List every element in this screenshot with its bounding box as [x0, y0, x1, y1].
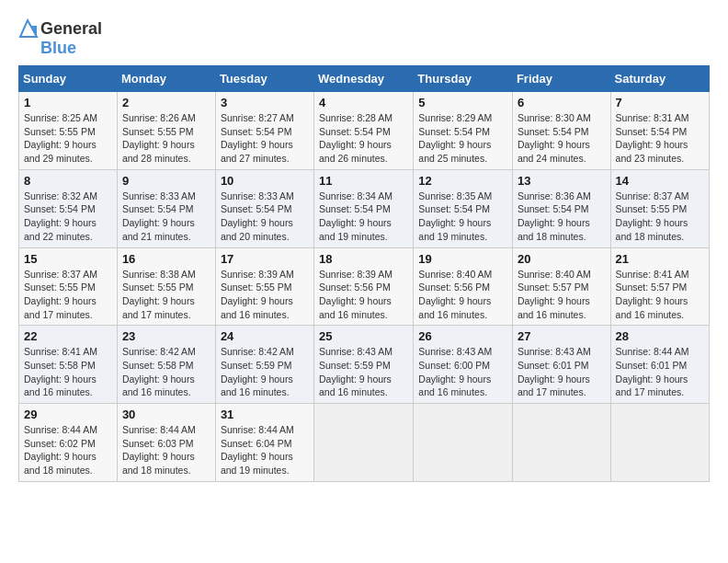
day-info: Sunrise: 8:28 AMSunset: 5:54 PMDaylight:…	[319, 111, 408, 166]
day-info: Sunrise: 8:44 AMSunset: 6:02 PMDaylight:…	[24, 423, 112, 477]
calendar-cell: 24Sunrise: 8:42 AMSunset: 5:59 PMDayligh…	[215, 326, 313, 404]
day-info: Sunrise: 8:34 AMSunset: 5:54 PMDaylight:…	[319, 190, 408, 244]
day-number: 19	[418, 252, 507, 266]
calendar-week-row: 15Sunrise: 8:37 AMSunset: 5:55 PMDayligh…	[19, 247, 710, 326]
day-number: 2	[122, 96, 210, 109]
day-number: 15	[24, 252, 112, 266]
calendar-cell: 22Sunrise: 8:41 AMSunset: 5:58 PMDayligh…	[19, 326, 118, 404]
day-info: Sunrise: 8:33 AMSunset: 5:54 PMDaylight:…	[221, 190, 309, 244]
day-of-week-header: Thursday	[414, 66, 513, 92]
day-number: 4	[319, 96, 408, 109]
day-number: 16	[122, 252, 210, 266]
day-info: Sunrise: 8:41 AMSunset: 5:57 PMDaylight:…	[616, 268, 704, 322]
calendar-cell: 14Sunrise: 8:37 AMSunset: 5:55 PMDayligh…	[610, 169, 709, 247]
day-number: 28	[616, 329, 704, 343]
day-number: 13	[518, 174, 606, 188]
calendar-table: SundayMondayTuesdayWednesdayThursdayFrid…	[18, 65, 710, 482]
day-number: 31	[221, 408, 309, 421]
day-number: 3	[221, 96, 309, 109]
logo-name-general: General	[40, 19, 102, 39]
day-of-week-header: Tuesday	[215, 66, 313, 92]
calendar-cell: 20Sunrise: 8:40 AMSunset: 5:57 PMDayligh…	[512, 247, 610, 326]
calendar-cell: 23Sunrise: 8:42 AMSunset: 5:58 PMDayligh…	[117, 326, 215, 404]
calendar-cell: 11Sunrise: 8:34 AMSunset: 5:54 PMDayligh…	[314, 169, 414, 247]
calendar-cell: 21Sunrise: 8:41 AMSunset: 5:57 PMDayligh…	[610, 247, 709, 326]
calendar-cell: 12Sunrise: 8:35 AMSunset: 5:54 PMDayligh…	[414, 169, 513, 247]
day-number: 25	[319, 329, 408, 343]
calendar-week-row: 22Sunrise: 8:41 AMSunset: 5:58 PMDayligh…	[19, 326, 710, 404]
day-info: Sunrise: 8:35 AMSunset: 5:54 PMDaylight:…	[418, 190, 507, 244]
day-number: 9	[122, 174, 210, 188]
day-info: Sunrise: 8:39 AMSunset: 5:55 PMDaylight:…	[221, 268, 309, 322]
day-number: 29	[24, 408, 112, 421]
calendar-cell: 16Sunrise: 8:38 AMSunset: 5:55 PMDayligh…	[117, 247, 215, 326]
day-number: 11	[319, 174, 408, 188]
day-number: 20	[518, 252, 606, 266]
logo-triangle-icon	[18, 18, 39, 39]
calendar-cell: 8Sunrise: 8:32 AMSunset: 5:54 PMDaylight…	[19, 169, 118, 247]
day-info: Sunrise: 8:37 AMSunset: 5:55 PMDaylight:…	[24, 268, 112, 322]
calendar-cell: 17Sunrise: 8:39 AMSunset: 5:55 PMDayligh…	[215, 247, 313, 326]
day-info: Sunrise: 8:25 AMSunset: 5:55 PMDaylight:…	[24, 111, 112, 166]
day-info: Sunrise: 8:39 AMSunset: 5:56 PMDaylight:…	[319, 268, 408, 322]
calendar-cell: 2Sunrise: 8:26 AMSunset: 5:55 PMDaylight…	[117, 92, 215, 170]
calendar-cell: 13Sunrise: 8:36 AMSunset: 5:54 PMDayligh…	[512, 169, 610, 247]
calendar-cell: 6Sunrise: 8:30 AMSunset: 5:54 PMDaylight…	[512, 92, 610, 170]
calendar-cell	[314, 404, 414, 482]
calendar-cell: 26Sunrise: 8:43 AMSunset: 6:00 PMDayligh…	[414, 326, 513, 404]
calendar-cell: 19Sunrise: 8:40 AMSunset: 5:56 PMDayligh…	[414, 247, 513, 326]
day-of-week-header: Friday	[512, 66, 610, 92]
day-number: 23	[122, 329, 210, 343]
day-number: 22	[24, 329, 112, 343]
calendar-body: 1Sunrise: 8:25 AMSunset: 5:55 PMDaylight…	[19, 92, 710, 482]
calendar-cell	[512, 404, 610, 482]
day-info: Sunrise: 8:44 AMSunset: 6:04 PMDaylight:…	[221, 423, 309, 477]
day-number: 24	[221, 329, 309, 343]
calendar-cell: 5Sunrise: 8:29 AMSunset: 5:54 PMDaylight…	[414, 92, 513, 170]
calendar-cell: 10Sunrise: 8:33 AMSunset: 5:54 PMDayligh…	[215, 169, 313, 247]
calendar-cell: 31Sunrise: 8:44 AMSunset: 6:04 PMDayligh…	[215, 404, 313, 482]
calendar-week-row: 29Sunrise: 8:44 AMSunset: 6:02 PMDayligh…	[19, 404, 710, 482]
day-info: Sunrise: 8:27 AMSunset: 5:54 PMDaylight:…	[221, 111, 309, 166]
day-info: Sunrise: 8:44 AMSunset: 6:01 PMDaylight:…	[616, 345, 704, 399]
day-info: Sunrise: 8:32 AMSunset: 5:54 PMDaylight:…	[24, 190, 112, 244]
day-info: Sunrise: 8:26 AMSunset: 5:55 PMDaylight:…	[122, 111, 210, 166]
day-number: 27	[518, 329, 606, 343]
day-info: Sunrise: 8:30 AMSunset: 5:54 PMDaylight:…	[518, 111, 606, 166]
day-number: 21	[616, 252, 704, 266]
calendar-cell: 9Sunrise: 8:33 AMSunset: 5:54 PMDaylight…	[117, 169, 215, 247]
day-info: Sunrise: 8:40 AMSunset: 5:57 PMDaylight:…	[518, 268, 606, 322]
day-info: Sunrise: 8:43 AMSunset: 6:00 PMDaylight:…	[418, 345, 507, 399]
day-number: 5	[418, 96, 507, 109]
calendar-cell: 1Sunrise: 8:25 AMSunset: 5:55 PMDaylight…	[19, 92, 118, 170]
calendar-week-row: 8Sunrise: 8:32 AMSunset: 5:54 PMDaylight…	[19, 169, 710, 247]
calendar-cell: 28Sunrise: 8:44 AMSunset: 6:01 PMDayligh…	[610, 326, 709, 404]
day-number: 26	[418, 329, 507, 343]
calendar-cell: 18Sunrise: 8:39 AMSunset: 5:56 PMDayligh…	[314, 247, 414, 326]
day-info: Sunrise: 8:38 AMSunset: 5:55 PMDaylight:…	[122, 268, 210, 322]
calendar-cell: 4Sunrise: 8:28 AMSunset: 5:54 PMDaylight…	[314, 92, 414, 170]
day-info: Sunrise: 8:43 AMSunset: 5:59 PMDaylight:…	[319, 345, 408, 399]
calendar-cell: 7Sunrise: 8:31 AMSunset: 5:54 PMDaylight…	[610, 92, 709, 170]
day-of-week-header: Wednesday	[314, 66, 414, 92]
day-of-week-header: Monday	[117, 66, 215, 92]
calendar-header-row: SundayMondayTuesdayWednesdayThursdayFrid…	[19, 66, 710, 92]
day-info: Sunrise: 8:37 AMSunset: 5:55 PMDaylight:…	[616, 190, 704, 244]
day-info: Sunrise: 8:41 AMSunset: 5:58 PMDaylight:…	[24, 345, 112, 399]
logo-text-block: General Blue	[18, 18, 102, 58]
day-info: Sunrise: 8:40 AMSunset: 5:56 PMDaylight:…	[418, 268, 507, 322]
calendar-cell: 29Sunrise: 8:44 AMSunset: 6:02 PMDayligh…	[19, 404, 118, 482]
day-info: Sunrise: 8:44 AMSunset: 6:03 PMDaylight:…	[122, 423, 210, 477]
calendar-cell: 30Sunrise: 8:44 AMSunset: 6:03 PMDayligh…	[117, 404, 215, 482]
day-number: 12	[418, 174, 507, 188]
day-of-week-header: Saturday	[610, 66, 709, 92]
day-number: 18	[319, 252, 408, 266]
day-of-week-header: Sunday	[19, 66, 118, 92]
day-number: 30	[122, 408, 210, 421]
day-number: 1	[24, 96, 112, 109]
day-number: 14	[616, 174, 704, 188]
calendar-cell: 27Sunrise: 8:43 AMSunset: 6:01 PMDayligh…	[512, 326, 610, 404]
day-info: Sunrise: 8:33 AMSunset: 5:54 PMDaylight:…	[122, 190, 210, 244]
calendar-cell	[610, 404, 709, 482]
day-info: Sunrise: 8:42 AMSunset: 5:59 PMDaylight:…	[221, 345, 309, 399]
